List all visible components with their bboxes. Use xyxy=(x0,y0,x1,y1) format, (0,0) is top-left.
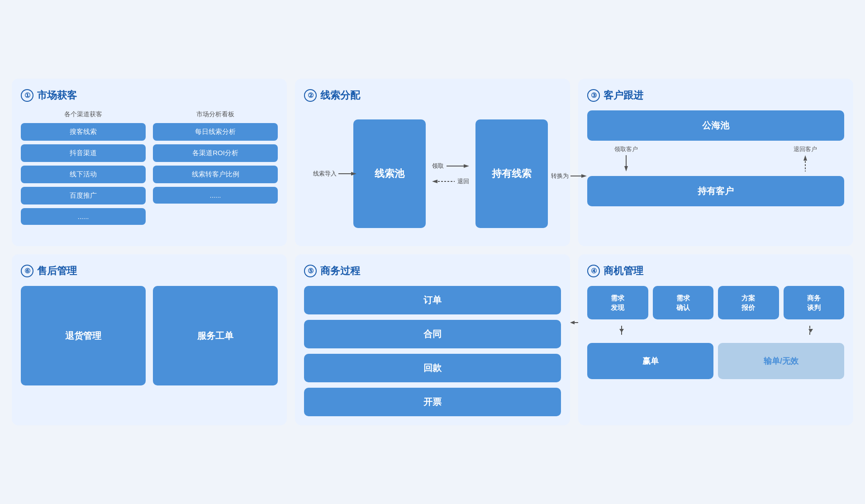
contract-item: 合同 xyxy=(304,320,561,348)
svg-marker-9 xyxy=(624,166,628,171)
win-arrow xyxy=(621,326,622,335)
return-up-arrow xyxy=(803,155,808,171)
section-number-5: ⑤ xyxy=(304,265,317,277)
market-content: 各个渠道获客 搜客线索 抖音渠道 线下活动 百度推广 ...... 市场分析看板… xyxy=(21,110,278,228)
channel-col-2: 市场分析看板 每日线索分析 各渠道ROI分析 线索转客户比例 ...... xyxy=(153,110,278,228)
result-row: 赢单 输单/无效 xyxy=(587,343,844,379)
channel-item-4: 百度推广 xyxy=(21,187,146,204)
order-item: 订单 xyxy=(304,286,561,314)
lose-box: 输单/无效 xyxy=(718,343,844,379)
customer-arrow-row: 领取客户 退回客户 xyxy=(587,145,844,171)
aftersale-content: 退货管理 服务工单 xyxy=(21,286,278,385)
win-arrow-line xyxy=(621,326,622,335)
channel-item-1: 搜客线索 xyxy=(21,123,146,141)
opp-arrows xyxy=(587,326,844,335)
hold-customer: 持有客户 xyxy=(587,176,844,206)
svg-marker-1 xyxy=(351,172,356,176)
market-item-4: ...... xyxy=(153,187,278,204)
business-content: 订单 合同 回款 开票 xyxy=(304,286,561,416)
public-pool: 公海池 xyxy=(587,110,844,141)
market-item-2: 各渠道ROI分析 xyxy=(153,144,278,162)
return-arrow-icon xyxy=(432,179,455,184)
stage-discover: 需求 发现 xyxy=(587,286,648,319)
section-aftersale-title: ⑥ 售后管理 xyxy=(21,264,278,278)
main-diagram: ① 市场获客 各个渠道获客 搜客线索 抖音渠道 线下活动 百度推广 ......… xyxy=(12,79,853,425)
svg-marker-3 xyxy=(464,164,469,168)
lose-arrow xyxy=(809,326,810,335)
convert-arrow-icon xyxy=(570,173,587,179)
section-opportunity: ④ 商机管理 需求 发现 需求 确认 方案 报价 商务 谈判 xyxy=(578,254,853,425)
claim-arrow-row: 领取 xyxy=(432,162,469,170)
market-item-1: 每日线索分析 xyxy=(153,123,278,141)
return-arrow-row: 退回 xyxy=(432,177,469,185)
return-customer-arrow: 退回客户 xyxy=(794,145,817,171)
section-opportunity-title: ④ 商机管理 xyxy=(587,264,844,278)
section-followup-title: ③ 客户跟进 xyxy=(587,89,844,102)
section-leads-title: ② 线索分配 xyxy=(304,89,561,102)
market-item-3: 线索转客户比例 xyxy=(153,166,278,183)
section-market-title: ① 市场获客 xyxy=(21,89,278,102)
service-workorder: 服务工单 xyxy=(153,286,278,385)
section-market: ① 市场获客 各个渠道获客 搜客线索 抖音渠道 线下活动 百度推广 ......… xyxy=(12,79,287,246)
import-arrow: 线索导入 xyxy=(313,170,356,178)
claim-arrow-icon xyxy=(447,163,469,169)
svg-marker-13 xyxy=(570,321,575,324)
section-number-3: ③ xyxy=(587,89,600,102)
col1-label: 各个渠道获客 xyxy=(21,110,146,119)
section-number-2: ② xyxy=(304,89,317,102)
col2-label: 市场分析看板 xyxy=(153,110,278,119)
section-business: ⑤ 商务过程 订单 合同 回款 开票 xyxy=(295,254,570,425)
stage-confirm: 需求 确认 xyxy=(653,286,714,319)
return-management: 退货管理 xyxy=(21,286,146,385)
convert-arrow: 转换为 xyxy=(551,172,587,180)
import-arrow-icon xyxy=(338,171,356,176)
lose-arrow-line xyxy=(809,326,810,335)
invoice-item: 开票 xyxy=(304,388,561,416)
win-box: 赢单 xyxy=(587,343,713,379)
arrow-lose xyxy=(780,326,840,335)
hold-leads: 持有线索 xyxy=(475,119,548,228)
section-business-title: ⑤ 商务过程 xyxy=(304,264,561,278)
channel-col-1: 各个渠道获客 搜客线索 抖音渠道 线下活动 百度推广 ...... xyxy=(21,110,146,228)
section-leads: ② 线索分配 线索导入 线索池 领取 xyxy=(295,79,570,246)
spacer xyxy=(656,326,775,335)
channel-item-2: 抖音渠道 xyxy=(21,144,146,162)
payment-item: 回款 xyxy=(304,354,561,382)
stage-row: 需求 发现 需求 确认 方案 报价 商务 谈判 xyxy=(587,286,844,319)
leads-pool: 线索池 xyxy=(353,119,426,228)
arrow-win xyxy=(592,326,651,335)
leads-content: 线索导入 线索池 领取 xyxy=(304,110,561,237)
svg-marker-11 xyxy=(803,155,807,161)
section-followup: ③ 客户跟进 转换为 公海池 领取客户 退回客 xyxy=(578,79,853,246)
section-number-4: ④ xyxy=(587,265,600,277)
section-number-6: ⑥ xyxy=(21,265,33,277)
channel-item-5: ...... xyxy=(21,208,146,225)
claim-down-arrow xyxy=(623,155,629,171)
opportunity-content: 需求 发现 需求 确认 方案 报价 商务 谈判 赢 xyxy=(587,286,844,379)
followup-content: 公海池 领取客户 退回客户 持有客户 xyxy=(587,110,844,206)
section-number-1: ① xyxy=(21,89,33,102)
svg-marker-5 xyxy=(432,180,437,183)
stage-proposal: 方案 报价 xyxy=(718,286,779,319)
svg-marker-7 xyxy=(581,174,587,178)
stage-negotiate: 商务 谈判 xyxy=(784,286,845,319)
pool-arrows: 领取 退回 xyxy=(426,162,475,185)
channel-item-3: 线下活动 xyxy=(21,166,146,183)
claim-customer-arrow: 领取客户 xyxy=(614,145,638,171)
section-aftersale: ⑥ 售后管理 退货管理 服务工单 xyxy=(12,254,287,425)
